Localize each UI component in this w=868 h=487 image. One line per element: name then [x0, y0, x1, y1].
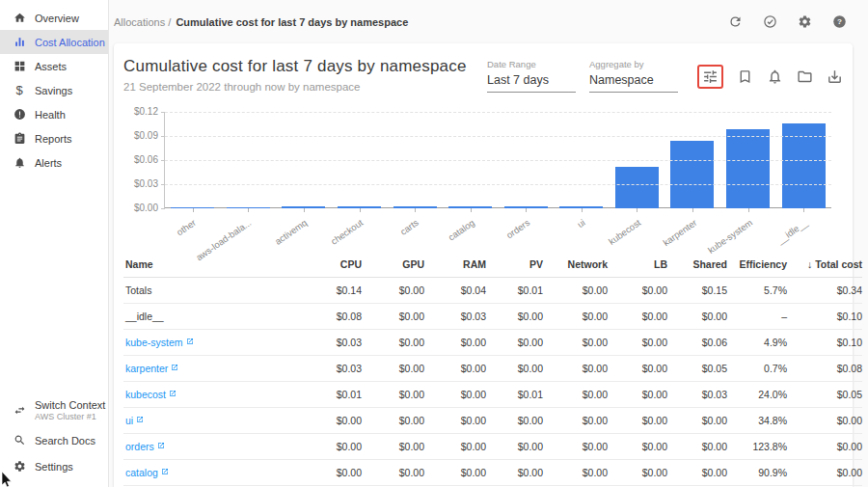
cell-value: $0.00	[608, 459, 667, 485]
chart-bar-slot	[165, 112, 221, 208]
bar-kubecost[interactable]	[615, 167, 659, 208]
sidebar-footer: Switch Context AWS Cluster #1 Search Doc…	[0, 392, 108, 479]
sidebar-item-reports[interactable]: Reports	[0, 126, 108, 150]
sidebar: OverviewCost AllocationAssets$SavingsHea…	[0, 0, 109, 487]
column-header-pv[interactable]: PV	[486, 253, 543, 277]
external-link-icon[interactable]	[136, 414, 144, 425]
cell-value: $0.00	[667, 303, 727, 329]
bookmark-icon[interactable]	[737, 68, 753, 85]
chart-bar-slot	[775, 112, 831, 208]
sidebar-item-savings[interactable]: $Savings	[0, 78, 108, 102]
external-link-icon[interactable]	[161, 466, 169, 477]
row-name: Totals	[123, 277, 302, 303]
cell-value: 4.9%	[727, 329, 787, 355]
chart-bar-slot	[665, 112, 720, 208]
sidebar-item-health[interactable]: Health	[0, 102, 108, 126]
sidebar-item-assets[interactable]: Assets	[0, 54, 108, 78]
column-header-gpu[interactable]: GPU	[362, 253, 424, 277]
column-header-total-cost[interactable]: ↓Total cost	[787, 253, 862, 277]
date-range-value[interactable]: Last 7 days	[487, 69, 576, 93]
check-circle-icon[interactable]	[763, 14, 777, 29]
settings-label: Settings	[35, 461, 73, 473]
namespace-link[interactable]: kube-system	[125, 337, 183, 348]
gear-icon[interactable]	[798, 14, 812, 29]
cell-value: $0.00	[543, 277, 608, 303]
namespace-link[interactable]: kubecost	[125, 389, 166, 400]
cell-value: $0.00	[486, 303, 543, 329]
namespace-link[interactable]: ui	[125, 415, 133, 426]
aggregate-by-select[interactable]: Aggregate by Namespace	[589, 59, 678, 93]
tune-icon[interactable]	[702, 68, 719, 85]
table-row-karpenter: karpenter$0.03$0.00$0.00$0.00$0.00$0.00$…	[123, 355, 862, 381]
sidebar-item-label: Health	[35, 109, 66, 121]
aggregate-by-label: Aggregate by	[589, 59, 678, 69]
cell-value: $0.00	[543, 329, 608, 355]
bar-__idle__[interactable]	[782, 123, 826, 208]
bar-kube-system[interactable]	[726, 129, 770, 208]
cell-value: 0.7%	[727, 355, 787, 381]
sidebar-item-search-docs[interactable]: Search Docs	[0, 427, 108, 453]
sidebar-item-label: Reports	[35, 133, 72, 145]
bar-karpenter[interactable]	[670, 141, 714, 208]
sidebar-item-label: Alerts	[35, 157, 62, 169]
y-axis-label: $0.12	[123, 107, 158, 117]
cell-value: $0.00	[362, 381, 424, 407]
cell-value: $0.10	[787, 303, 862, 329]
column-header-lb[interactable]: LB	[608, 253, 667, 277]
column-header-shared[interactable]: Shared	[667, 253, 727, 277]
column-header-ram[interactable]: RAM	[424, 253, 486, 277]
cell-value: $0.00	[667, 459, 727, 485]
cell-value: $0.00	[543, 381, 608, 407]
column-header-name[interactable]: Name	[123, 253, 302, 277]
external-link-icon[interactable]	[157, 440, 165, 451]
column-header-network[interactable]: Network	[543, 253, 608, 277]
download-icon[interactable]	[827, 68, 843, 85]
bell-icon[interactable]	[767, 68, 783, 85]
refresh-icon[interactable]	[728, 14, 743, 29]
cell-value: $0.01	[486, 277, 543, 303]
kubecost-app: OverviewCost AllocationAssets$SavingsHea…	[0, 0, 868, 487]
cell-value: $0.00	[362, 277, 424, 303]
x-axis-label: other	[175, 217, 198, 237]
cell-value: $0.06	[667, 329, 727, 355]
date-range-select[interactable]: Date Range Last 7 days	[487, 59, 576, 93]
cell-value: $0.00	[486, 329, 543, 355]
report-action-icons	[697, 68, 843, 85]
help-icon[interactable]: ?	[832, 14, 847, 29]
search-docs-label: Search Docs	[35, 435, 95, 446]
namespace-link[interactable]: orders	[125, 441, 154, 452]
cell-value: $0.00	[486, 355, 543, 381]
table-row-totals: Totals$0.14$0.00$0.04$0.01$0.00$0.00$0.1…	[123, 277, 862, 303]
sidebar-item-alerts[interactable]: Alerts	[0, 150, 108, 175]
sidebar-item-settings[interactable]: Settings	[0, 453, 108, 479]
external-link-icon[interactable]	[169, 388, 176, 399]
chart-bar-slot	[554, 112, 610, 208]
aggregate-by-value[interactable]: Namespace	[589, 69, 678, 93]
y-axis-label: $0.03	[123, 179, 158, 189]
cell-value: $0.08	[302, 303, 362, 329]
sidebar-nav: OverviewCost AllocationAssets$SavingsHea…	[0, 6, 108, 175]
cell-value: $0.00	[362, 329, 424, 355]
cell-value: $0.00	[608, 303, 667, 329]
gear-icon	[13, 460, 26, 473]
y-axis-label: $0.06	[123, 155, 158, 165]
breadcrumb-allocations[interactable]: Allocations	[114, 16, 165, 28]
cell-value: $0.00	[667, 433, 727, 459]
cell-value: $0.10	[787, 329, 862, 355]
sidebar-item-switch-context[interactable]: Switch Context AWS Cluster #1	[0, 392, 108, 427]
external-link-icon[interactable]	[186, 336, 194, 347]
namespace-link[interactable]: karpenter	[125, 363, 168, 374]
cell-value: 24.0%	[727, 381, 787, 407]
column-header-efficiency[interactable]: Efficiency	[727, 253, 787, 277]
namespace-link[interactable]: catalog	[125, 467, 158, 478]
folder-icon[interactable]	[797, 68, 813, 85]
chart-bar-slot	[387, 112, 443, 208]
sidebar-item-cost-allocation[interactable]: Cost Allocation	[0, 30, 108, 54]
y-axis-tick	[161, 184, 165, 185]
sidebar-item-overview[interactable]: Overview	[0, 6, 108, 30]
page-title: Cumulative cost for last 7 days by names…	[123, 57, 467, 76]
external-link-icon[interactable]	[171, 362, 178, 373]
chart-bar-slot	[221, 112, 277, 208]
column-header-cpu[interactable]: CPU	[302, 253, 362, 277]
cell-value: $0.01	[302, 381, 362, 407]
